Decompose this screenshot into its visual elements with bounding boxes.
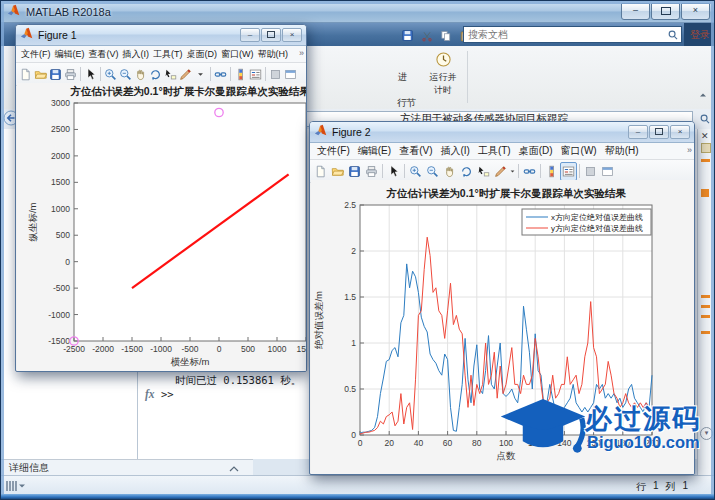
dock-large-icon[interactable] <box>283 65 298 84</box>
open-folder-icon[interactable] <box>33 65 48 84</box>
pan-icon[interactable] <box>133 65 148 84</box>
figure2-titlebar[interactable]: Figure 2 – × <box>310 122 694 143</box>
legend-icon[interactable] <box>560 162 577 181</box>
warning-mark[interactable] <box>701 315 710 318</box>
figure2-chart: 02040608010012014016018020000.511.522.5方… <box>311 180 694 474</box>
ribbon-collapse-icon[interactable] <box>698 86 710 98</box>
zoom-in-icon[interactable] <box>407 162 424 181</box>
toolbar-separator <box>404 164 405 178</box>
warning-square[interactable] <box>701 189 709 197</box>
menu-item-4[interactable]: 工具(T) <box>474 144 515 158</box>
menu-item-0[interactable]: 文件(F) <box>19 48 53 61</box>
scroll-message-icon[interactable]: ▾ <box>700 427 713 440</box>
figure1-menubar: 文件(F)编辑(E)查看(V)插入(I)工具(T)桌面(D)窗口(W)帮助(H)… <box>16 46 306 63</box>
rotate-3d-icon[interactable] <box>458 162 475 181</box>
legend-icon[interactable] <box>248 65 263 84</box>
warning-mark[interactable] <box>701 159 710 162</box>
colorbar-icon[interactable] <box>233 65 248 84</box>
svg-text:80: 80 <box>472 438 482 448</box>
print-icon[interactable] <box>63 65 78 84</box>
menu-overflow-icon[interactable]: » <box>299 48 304 58</box>
collapse-chevron-icon[interactable] <box>229 459 239 477</box>
analyzer-status-square[interactable] <box>701 143 711 153</box>
folder-search-icon[interactable] <box>697 111 713 127</box>
brush-icon[interactable] <box>178 65 193 84</box>
dock-small-icon[interactable] <box>268 65 283 84</box>
caret-icon[interactable] <box>193 65 208 84</box>
warning-mark[interactable] <box>701 331 710 334</box>
maximize-button[interactable] <box>261 28 281 42</box>
menu-item-2[interactable]: 查看(V) <box>87 48 121 61</box>
menu-item-3[interactable]: 插入(I) <box>436 144 473 158</box>
menu-item-6[interactable]: 窗口(W) <box>219 48 256 61</box>
link-plots-icon[interactable] <box>521 162 538 181</box>
caret-icon[interactable] <box>509 162 516 181</box>
window-title: MATLAB R2018a <box>26 6 111 18</box>
cursor-icon[interactable] <box>385 162 402 181</box>
menu-item-2[interactable]: 查看(V) <box>395 144 436 158</box>
menu-item-0[interactable]: 文件(F) <box>313 144 354 158</box>
warning-mark[interactable] <box>701 295 710 298</box>
ribbon-advance-label[interactable]: 进 <box>398 71 408 84</box>
menu-item-7[interactable]: 帮助(H) <box>256 48 291 61</box>
toolbar-separator <box>518 164 519 178</box>
minimize-button[interactable]: – <box>628 125 648 139</box>
menu-item-5[interactable]: 桌面(D) <box>185 48 220 61</box>
doc-search-box[interactable] <box>463 26 682 43</box>
close-button[interactable]: × <box>670 125 690 139</box>
close-button[interactable]: × <box>681 3 710 20</box>
menu-item-5[interactable]: 桌面(D) <box>515 144 557 158</box>
maximize-button[interactable] <box>649 125 669 139</box>
details-panel-header[interactable]: 详细信息 <box>1 459 253 476</box>
row-value: 1 <box>653 480 659 494</box>
new-doc-icon[interactable] <box>18 65 33 84</box>
menu-item-7[interactable]: 帮助(H) <box>601 144 643 158</box>
cut-icon[interactable] <box>418 26 435 45</box>
menu-overflow-icon[interactable]: » <box>687 145 692 155</box>
menu-item-1[interactable]: 编辑(E) <box>53 48 87 61</box>
svg-text:40: 40 <box>414 438 424 448</box>
zoom-in-icon[interactable] <box>103 65 118 84</box>
command-prompt[interactable]: >> <box>161 388 174 400</box>
menu-item-4[interactable]: 工具(T) <box>151 48 185 61</box>
data-cursor-icon[interactable] <box>475 162 492 181</box>
search-input[interactable] <box>464 29 665 40</box>
warning-mark[interactable] <box>701 305 710 308</box>
svg-text:0: 0 <box>65 257 70 267</box>
signin-link[interactable]: 登录 <box>690 28 710 42</box>
toolbar-separator <box>540 164 541 178</box>
print-icon[interactable] <box>363 162 380 181</box>
new-doc-icon[interactable] <box>312 162 329 181</box>
close-button[interactable]: × <box>282 28 302 42</box>
cursor-icon[interactable] <box>83 65 98 84</box>
menu-item-6[interactable]: 窗口(W) <box>557 144 601 158</box>
save-icon[interactable] <box>346 162 363 181</box>
menu-item-3[interactable]: 插入(I) <box>121 48 152 61</box>
save-icon[interactable] <box>48 65 63 84</box>
pan-icon[interactable] <box>441 162 458 181</box>
link-plots-icon[interactable] <box>213 65 228 84</box>
minimize-button[interactable]: – <box>240 28 260 42</box>
editor-close-icon[interactable]: ✕ <box>701 131 709 141</box>
dock-small-icon[interactable] <box>582 162 599 181</box>
colorbar-icon[interactable] <box>543 162 560 181</box>
zoom-out-icon[interactable] <box>118 65 133 84</box>
menu-item-1[interactable]: 编辑(E) <box>354 144 395 158</box>
search-icon[interactable] <box>665 27 681 42</box>
data-cursor-icon[interactable] <box>163 65 178 84</box>
rotate-3d-icon[interactable] <box>148 65 163 84</box>
figure1-chart: -2500-2000-1500-1000-500050010001500-150… <box>17 83 306 372</box>
zoom-out-icon[interactable] <box>424 162 441 181</box>
figure2-menubar: 文件(F)编辑(E)查看(V)插入(I)工具(T)桌面(D)窗口(W)帮助(H)… <box>310 143 694 160</box>
dock-large-icon[interactable] <box>599 162 616 181</box>
matlab-logo-icon <box>7 3 21 21</box>
figure1-titlebar[interactable]: Figure 1 – × <box>16 25 306 46</box>
open-folder-icon[interactable] <box>329 162 346 181</box>
maximize-button[interactable] <box>651 3 680 20</box>
run-and-time-button[interactable]: 运行并 计时 <box>424 49 462 104</box>
statusbar-grip[interactable] <box>6 481 26 491</box>
save-icon[interactable] <box>399 26 416 45</box>
brush-icon[interactable] <box>492 162 509 181</box>
copy-icon[interactable] <box>437 26 454 45</box>
minimize-button[interactable]: – <box>621 3 650 20</box>
